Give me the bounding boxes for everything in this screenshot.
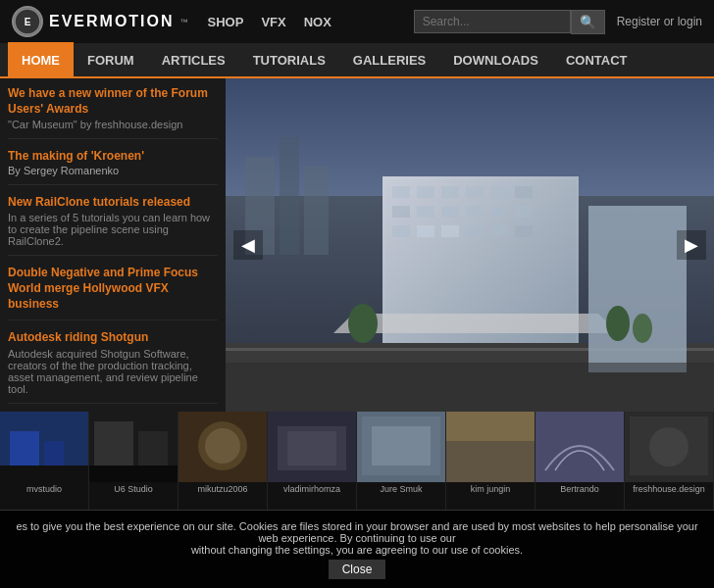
svg-rect-19 xyxy=(490,206,508,218)
svg-rect-12 xyxy=(466,186,484,198)
svg-rect-22 xyxy=(417,225,434,237)
hero-bg xyxy=(226,78,714,412)
thumb-2[interactable]: U6 Studio xyxy=(89,412,178,510)
thumb-img-8 xyxy=(625,412,713,482)
svg-text:E: E xyxy=(25,17,31,27)
thumb-img-7 xyxy=(536,412,624,482)
news-item-2: The making of 'Kroenen' By Sergey Romane… xyxy=(8,149,218,185)
thumb-label-2: U6 Studio xyxy=(89,482,178,496)
logo: E EVERMOTION™ xyxy=(12,6,188,37)
thumb-img-6 xyxy=(446,412,535,482)
svg-rect-16 xyxy=(417,206,434,218)
search-box: 🔍 xyxy=(414,10,605,34)
svg-point-32 xyxy=(606,306,630,341)
news-byline-2: By Sergey Romanenko xyxy=(8,165,218,176)
news-item-5: Autodesk riding Shotgun Autodesk acquire… xyxy=(8,330,218,404)
svg-rect-25 xyxy=(490,225,508,237)
svg-rect-34 xyxy=(226,363,714,412)
thumb-label-5: Jure Smuk xyxy=(357,482,445,496)
thumb-7[interactable]: Bertrando xyxy=(536,412,625,510)
thumb-img-5 xyxy=(357,412,445,482)
thumb-4[interactable]: vladimirhomza xyxy=(268,412,357,510)
svg-point-31 xyxy=(348,304,378,343)
search-input[interactable] xyxy=(414,10,571,33)
thumb-label-6: kim jungin xyxy=(446,482,535,496)
svg-rect-14 xyxy=(515,186,533,198)
svg-rect-36 xyxy=(10,431,39,470)
svg-point-45 xyxy=(205,428,240,464)
thumb-label-3: mikutzu2006 xyxy=(178,482,267,496)
cookie-text2: without changing the settings, you are a… xyxy=(191,544,523,556)
svg-rect-24 xyxy=(466,225,484,237)
header-nav: SHOP VFX NOX xyxy=(208,15,332,29)
header-nav-vfx[interactable]: VFX xyxy=(261,15,285,29)
svg-rect-23 xyxy=(441,225,459,237)
nav-forum[interactable]: FORUM xyxy=(74,42,148,77)
svg-rect-10 xyxy=(417,186,434,198)
thumb-label-1: mvstudio xyxy=(0,482,88,496)
logo-text: EVERMOTION xyxy=(49,13,175,30)
svg-rect-51 xyxy=(372,426,431,466)
svg-rect-48 xyxy=(287,431,336,466)
thumb-label-4: vladimirhomza xyxy=(268,482,356,496)
svg-rect-53 xyxy=(446,441,535,482)
header-nav-nox[interactable]: NOX xyxy=(304,15,332,29)
thumb-3[interactable]: mikutzu2006 xyxy=(178,412,268,510)
news-item-3: New RailClone tutorials released In a se… xyxy=(8,195,218,257)
news-sub-3: In a series of 5 tutorials you can learn… xyxy=(8,212,218,247)
thumb-img-2 xyxy=(89,412,178,482)
news-item-1: We have a new winner of the Forum Users'… xyxy=(8,86,218,139)
thumb-label-8: freshhouse.design xyxy=(625,482,713,496)
news-link-4[interactable]: Double Negative and Prime Focus World me… xyxy=(8,266,198,310)
svg-rect-41 xyxy=(138,431,168,470)
hero-next-arrow[interactable]: ▶ xyxy=(677,230,706,260)
nav-tutorials[interactable]: TUTORIALS xyxy=(239,42,339,77)
svg-rect-26 xyxy=(515,225,533,237)
register-link[interactable]: Register or login xyxy=(617,15,702,28)
nav-contact[interactable]: CONTACT xyxy=(552,42,641,77)
svg-rect-5 xyxy=(280,137,299,255)
header-nav-shop[interactable]: SHOP xyxy=(208,15,244,29)
news-item-4: Double Negative and Prime Focus World me… xyxy=(8,266,218,320)
nav-articles[interactable]: ARTICLES xyxy=(148,42,239,77)
svg-rect-18 xyxy=(466,206,484,218)
sidebar: We have a new winner of the Forum Users'… xyxy=(0,78,226,412)
thumb-6[interactable]: kim jungin xyxy=(446,412,536,510)
cookie-text: es to give you the best experience on ou… xyxy=(16,520,697,544)
svg-rect-17 xyxy=(441,206,459,218)
nav-home[interactable]: HOME xyxy=(8,42,74,77)
news-link-5[interactable]: Autodesk riding Shotgun xyxy=(8,330,148,344)
thumb-img-4 xyxy=(268,412,356,482)
thumb-img-3 xyxy=(178,412,267,482)
nav-downloads[interactable]: DOWNLOADS xyxy=(439,42,552,77)
news-link-2[interactable]: The making of 'Kroenen' xyxy=(8,149,144,163)
svg-rect-20 xyxy=(515,206,533,218)
svg-rect-15 xyxy=(392,206,410,218)
svg-point-57 xyxy=(649,427,688,466)
nav-galleries[interactable]: GALLERIES xyxy=(339,42,439,77)
svg-rect-21 xyxy=(392,225,410,237)
svg-rect-6 xyxy=(304,167,329,255)
thumb-label-7: Bertrando xyxy=(536,482,624,496)
thumb-8[interactable]: freshhouse.design xyxy=(625,412,714,510)
cookie-bar: es to give you the best experience on ou… xyxy=(0,510,714,588)
search-button[interactable]: 🔍 xyxy=(571,10,605,34)
logo-icon: E xyxy=(12,6,43,37)
news-sub-5: Autodesk acquired Shotgun Software, crea… xyxy=(8,348,218,395)
svg-rect-40 xyxy=(94,421,133,470)
news-link-1[interactable]: We have a new winner of the Forum Users'… xyxy=(8,86,208,116)
thumb-5[interactable]: Jure Smuk xyxy=(357,412,446,510)
svg-rect-42 xyxy=(89,466,178,482)
header: E EVERMOTION™ SHOP VFX NOX 🔍 Register or… xyxy=(0,0,714,43)
svg-rect-30 xyxy=(588,206,687,372)
thumb-1[interactable]: mvstudio xyxy=(0,412,89,510)
svg-rect-9 xyxy=(392,186,410,198)
svg-point-33 xyxy=(633,314,652,343)
hero-prev-arrow[interactable]: ◀ xyxy=(233,230,263,260)
svg-rect-38 xyxy=(0,466,88,482)
thumb-img-1 xyxy=(0,412,88,482)
news-link-3[interactable]: New RailClone tutorials released xyxy=(8,195,190,209)
logo-tm: ™ xyxy=(180,18,188,26)
content-area: We have a new winner of the Forum Users'… xyxy=(0,78,714,412)
cookie-close-button[interactable]: Close xyxy=(329,560,386,579)
